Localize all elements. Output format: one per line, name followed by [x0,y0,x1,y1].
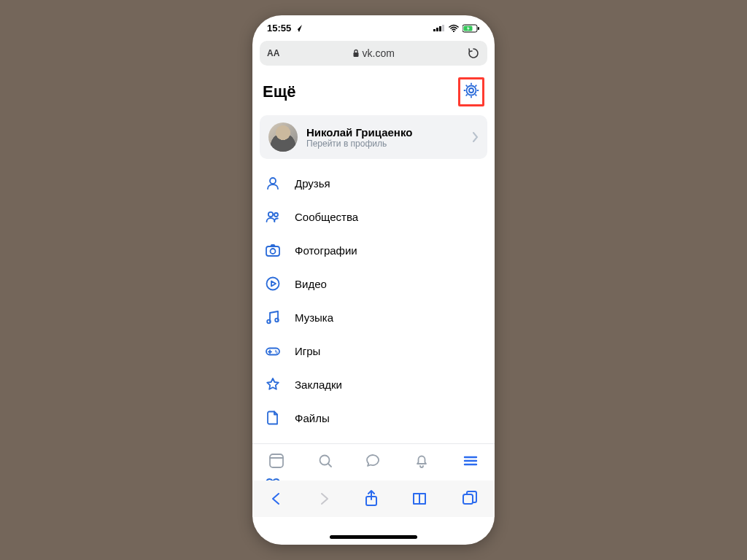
browser-address-bar[interactable]: AA vk.com [260,41,487,66]
tab-messages-icon[interactable] [364,451,383,470]
menu-item-music[interactable]: Музыка [263,300,484,334]
menu-label: Закладки [295,378,342,391]
status-bar: 15:55 [252,15,495,36]
lock-icon [352,49,360,58]
chevron-right-icon [473,132,479,142]
svg-point-12 [274,213,278,217]
gear-icon[interactable] [462,82,480,99]
music-icon [264,308,282,326]
svg-rect-1 [436,28,438,31]
menu-label: Видео [295,278,327,290]
menu-item-bookmarks[interactable]: Закладки [263,368,484,401]
svg-point-4 [453,31,454,32]
url-domain: vk.com [352,47,395,59]
profile-name: Николай Грицаенко [306,126,464,139]
menu-item-friends[interactable]: Друзья [263,166,484,200]
svg-point-19 [276,351,276,351]
play-icon [264,275,282,292]
avatar [268,122,298,152]
back-icon[interactable] [268,491,285,507]
svg-rect-0 [433,29,436,31]
tabs-icon[interactable] [461,490,479,508]
safari-toolbar [252,481,495,517]
menu-label: Файлы [295,412,330,424]
tab-notifications-icon[interactable] [412,451,431,470]
friends-icon [264,174,282,192]
phone-frame: 15:55 AA vk.com Ещё [252,15,495,545]
svg-point-14 [271,249,276,254]
svg-rect-2 [439,26,441,31]
profile-subtitle: Перейти в профиль [306,139,464,149]
svg-rect-3 [442,25,444,31]
tab-search-icon[interactable] [316,451,335,470]
cellular-icon [433,24,445,33]
svg-point-17 [275,319,279,322]
svg-point-9 [469,88,473,93]
svg-rect-6 [478,27,479,30]
svg-rect-24 [463,494,473,504]
settings-highlight [458,77,484,106]
page-header: Ещё [252,70,495,112]
menu-item-photos[interactable]: Фотографии [263,233,484,267]
svg-rect-13 [266,246,279,256]
bookmarks-icon[interactable] [411,491,430,507]
tab-more-icon[interactable] [461,451,480,470]
reader-aa-button[interactable]: AA [267,48,279,58]
battery-icon [462,24,480,33]
reload-icon[interactable] [467,47,480,60]
communities-icon [264,208,282,225]
file-icon [264,409,282,427]
menu-item-games[interactable]: Игры [263,334,484,368]
svg-point-15 [267,278,279,290]
wifi-icon [448,24,460,33]
menu-label: Сообщества [295,211,358,223]
svg-rect-21 [270,454,283,467]
forward-icon[interactable] [316,491,332,507]
svg-point-11 [268,212,273,217]
menu-item-communities[interactable]: Сообщества [263,200,484,233]
status-time: 15:55 [267,23,291,34]
menu-label: Друзья [295,177,330,190]
page-title: Ещё [263,82,295,101]
svg-rect-8 [353,52,358,57]
tab-news-icon[interactable] [267,451,286,470]
gamepad-icon [264,342,282,359]
star-icon [264,376,282,393]
svg-point-16 [267,320,271,324]
menu-item-files[interactable]: Файлы [263,401,484,435]
svg-point-10 [270,178,276,184]
location-arrow-icon [294,24,303,33]
profile-card[interactable]: Николай Грицаенко Перейти в профиль [260,115,487,159]
camera-icon [264,241,282,259]
share-icon[interactable] [363,489,379,508]
svg-point-20 [276,352,277,353]
menu-item-video[interactable]: Видео [263,267,484,300]
vk-tabbar [252,443,495,478]
home-indicator [330,535,417,539]
menu-label: Музыка [295,311,333,324]
menu-label: Игры [295,345,320,357]
menu-label: Фотографии [295,244,357,257]
